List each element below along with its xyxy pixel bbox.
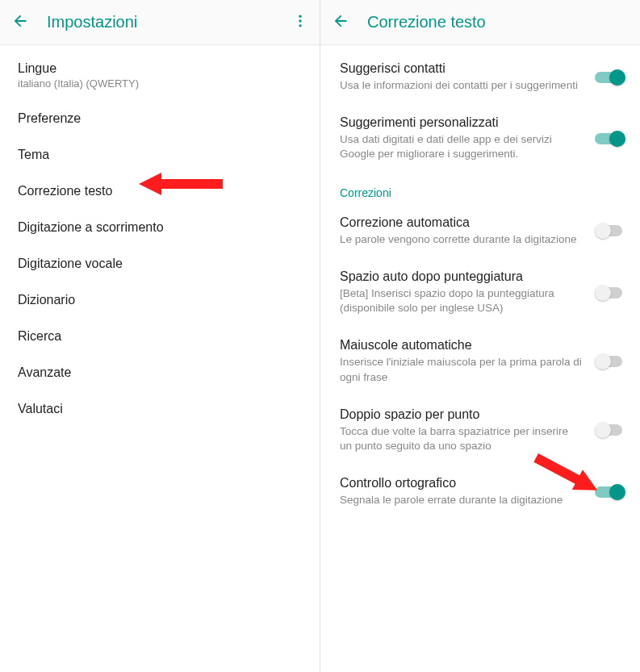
item-title: Avanzate: [18, 365, 307, 380]
setting-spazio-auto[interactable]: Spazio auto dopo punteggiatura [Beta] In…: [320, 258, 640, 327]
more-icon[interactable]: [292, 13, 308, 32]
item-title: Lingue: [18, 61, 307, 76]
setting-controllo-ortografico[interactable]: Controllo ortografico Segnala le parole …: [320, 465, 640, 519]
setting-sub: [Beta] Inserisci spazio dopo la punteggi…: [340, 286, 582, 315]
setting-title: Suggerisci contatti: [340, 61, 582, 76]
settings-item-correzione-testo[interactable]: Correzione testo: [18, 173, 307, 209]
settings-item-digitazione-scorrimento[interactable]: Digitazione a scorrimento: [18, 209, 307, 245]
settings-item-preferenze[interactable]: Preferenze: [18, 100, 307, 136]
settings-list: Lingue italiano (Italia) (QWERTY) Prefer…: [0, 45, 320, 672]
setting-text: Spazio auto dopo punteggiatura [Beta] In…: [340, 269, 587, 315]
back-icon[interactable]: [332, 12, 349, 33]
settings-item-digitazione-vocale[interactable]: Digitazione vocale: [18, 245, 307, 282]
settings-item-lingue[interactable]: Lingue italiano (Italia) (QWERTY): [18, 50, 307, 100]
svg-point-1: [299, 19, 301, 22]
settings-item-tema[interactable]: Tema: [18, 136, 307, 173]
toggle-suggerimenti-personalizzati[interactable]: [595, 131, 625, 147]
settings-item-avanzate[interactable]: Avanzate: [18, 354, 307, 390]
setting-title: Suggerimenti personalizzati: [340, 115, 582, 130]
toggle-controllo-ortografico[interactable]: [595, 484, 625, 500]
page-title-left: Impostazioni: [47, 13, 274, 31]
toggle-correzione-automatica[interactable]: [595, 223, 625, 239]
item-title: Ricerca: [18, 329, 307, 344]
settings-item-ricerca[interactable]: Ricerca: [18, 318, 307, 354]
item-sub: italiano (Italia) (QWERTY): [18, 77, 307, 90]
setting-text: Correzione automatica Le parole vengono …: [340, 215, 587, 247]
item-title: Dizionario: [18, 293, 307, 307]
correction-list: Suggerisci contatti Usa le informazioni …: [320, 45, 640, 672]
setting-title: Correzione automatica: [340, 215, 582, 230]
setting-title: Spazio auto dopo punteggiatura: [340, 269, 582, 284]
text-correction-pane: Correzione testo Suggerisci contatti Usa…: [320, 0, 640, 672]
setting-title: Maiuscole automatiche: [340, 338, 582, 353]
back-icon[interactable]: [11, 12, 29, 33]
setting-sub: Usa dati digitati e dati delle app e dei…: [340, 132, 582, 161]
setting-doppio-spazio[interactable]: Doppio spazio per punto Tocca due volte …: [320, 396, 640, 465]
settings-item-dizionario[interactable]: Dizionario: [18, 282, 307, 318]
item-title: Correzione testo: [18, 184, 307, 198]
setting-correzione-automatica[interactable]: Correzione automatica Le parole vengono …: [320, 204, 640, 258]
setting-suggerimenti-personalizzati[interactable]: Suggerimenti personalizzati Usa dati dig…: [320, 104, 640, 173]
setting-sub: Tocca due volte la barra spaziatrice per…: [340, 424, 582, 453]
setting-sub: Segnala le parole errate durante la digi…: [340, 493, 582, 507]
setting-sub: Usa le informazioni dei contatti per i s…: [340, 78, 582, 93]
appbar-right: Correzione testo: [320, 0, 640, 45]
setting-sub: Inserisce l'iniziale maiuscola per la pr…: [340, 355, 582, 384]
svg-point-2: [299, 24, 301, 27]
svg-point-0: [299, 15, 301, 17]
item-title: Preferenze: [18, 111, 307, 126]
setting-text: Suggerisci contatti Usa le informazioni …: [340, 61, 587, 93]
setting-suggerisci-contatti[interactable]: Suggerisci contatti Usa le informazioni …: [320, 50, 640, 104]
toggle-maiuscole-automatiche[interactable]: [595, 353, 625, 369]
setting-maiuscole-automatiche[interactable]: Maiuscole automatiche Inserisce l'inizia…: [320, 327, 640, 395]
item-title: Digitazione a scorrimento: [18, 220, 307, 235]
toggle-spazio-auto[interactable]: [595, 285, 625, 301]
setting-text: Suggerimenti personalizzati Usa dati dig…: [340, 115, 587, 161]
setting-title: Doppio spazio per punto: [340, 407, 582, 422]
page-title-right: Correzione testo: [367, 13, 629, 31]
settings-item-valutaci[interactable]: Valutaci: [18, 390, 307, 427]
appbar-left: Impostazioni: [0, 0, 320, 45]
toggle-suggerisci-contatti[interactable]: [595, 69, 625, 86]
setting-title: Controllo ortografico: [340, 476, 582, 490]
toggle-doppio-spazio[interactable]: [595, 422, 625, 438]
settings-pane: Impostazioni Lingue italiano (Italia) (Q…: [0, 0, 320, 672]
setting-text: Maiuscole automatiche Inserisce l'inizia…: [340, 338, 587, 384]
item-title: Tema: [18, 148, 307, 162]
setting-text: Doppio spazio per punto Tocca due volte …: [340, 407, 587, 453]
item-title: Valutaci: [18, 402, 307, 416]
section-header-correzioni: Correzioni: [320, 173, 640, 204]
setting-sub: Le parole vengono corrette durante la di…: [340, 232, 582, 247]
setting-text: Controllo ortografico Segnala le parole …: [340, 476, 587, 507]
item-title: Digitazione vocale: [18, 257, 307, 271]
